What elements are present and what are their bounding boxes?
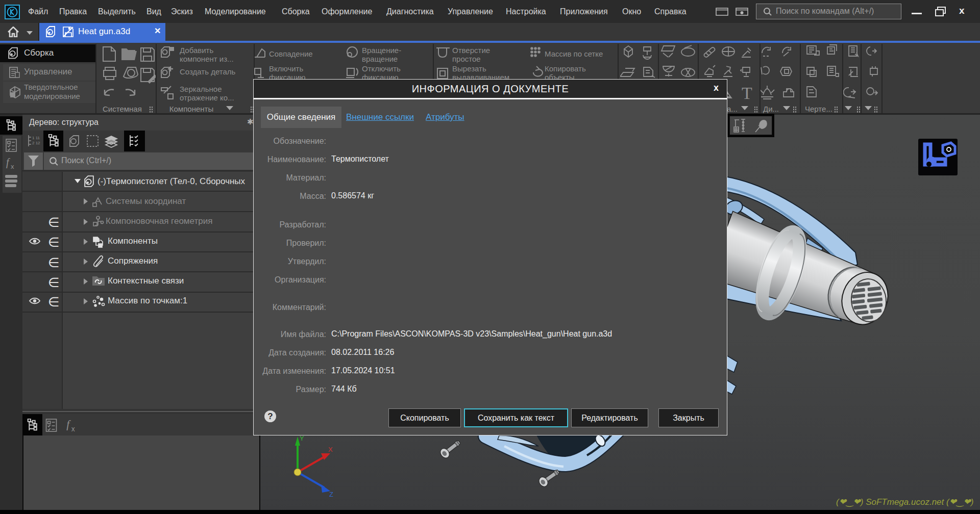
svg-text:x: x <box>71 425 75 432</box>
svg-text:f: f <box>66 418 71 430</box>
svg-text:2 12: 2 12 <box>32 141 40 145</box>
svg-text:1 11: 1 11 <box>32 136 40 140</box>
svg-text:(❤‿❤) SoFTmega.ucoz.net (❤‿❤): (❤‿❤) SoFTmega.ucoz.net (❤‿❤) <box>836 497 973 507</box>
svg-text:X: X <box>328 446 333 453</box>
svg-text:Z: Z <box>329 491 333 498</box>
svg-text:T: T <box>742 84 752 102</box>
svg-text:Y: Y <box>300 434 304 442</box>
svg-text:f: f <box>6 157 10 168</box>
svg-text:x: x <box>11 163 14 170</box>
